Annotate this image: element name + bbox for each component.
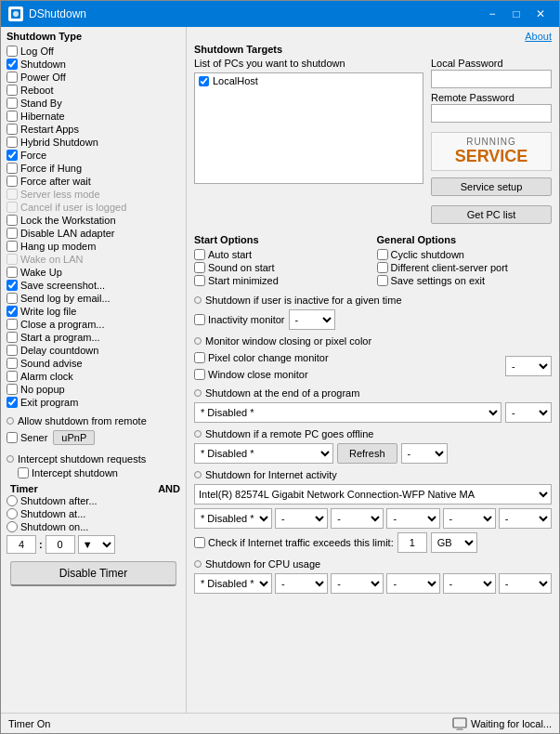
chk-restartapps[interactable]: Restart Apps: [7, 123, 180, 136]
chk-cyclic[interactable]: Cyclic shutdown: [377, 248, 553, 261]
main-window: DShutdown − □ ✕ Shutdown Type Log Off Sh…: [0, 0, 560, 734]
chk-lockwork[interactable]: Lock the Workstation: [7, 214, 180, 227]
chk-sound[interactable]: Sound advise: [7, 357, 180, 370]
chk-writelog[interactable]: Write log file: [7, 305, 180, 318]
chk-hibernate[interactable]: Hibernate: [7, 110, 180, 123]
chk-minimized[interactable]: Start minimized: [194, 274, 370, 287]
timer-ampm-select[interactable]: ▼: [78, 535, 115, 554]
cpu-d3[interactable]: -: [331, 573, 384, 594]
close-button[interactable]: ✕: [529, 5, 552, 23]
statusbar: Timer On Waiting for local...: [1, 713, 559, 733]
refresh-button[interactable]: Refresh: [337, 443, 397, 464]
chk-closeprogram[interactable]: Close a program...: [7, 318, 180, 331]
sener-row: Sener uPnP: [7, 428, 180, 447]
chk-disablelan[interactable]: Disable LAN adapter: [7, 227, 180, 240]
end-program-small-dropdown[interactable]: -: [505, 402, 552, 423]
chk-traffic[interactable]: Check if Internet traffic exceeds this l…: [194, 535, 394, 550]
chk-forceafter[interactable]: Force after wait: [7, 175, 180, 188]
chk-delay[interactable]: Delay countdown: [7, 344, 180, 357]
radio-on[interactable]: Shutdown on...: [7, 520, 180, 533]
end-program-row: * Disabled * -: [194, 402, 552, 423]
remote-group-header: Allow shutdown from remote: [7, 415, 180, 426]
chk-autostart[interactable]: Auto start: [194, 248, 370, 261]
statusbar-left: Timer On: [8, 718, 50, 729]
statusbar-right: Waiting for local...: [452, 716, 552, 731]
internet-d5[interactable]: -: [443, 508, 496, 529]
service-setup-button[interactable]: Service setup: [431, 177, 552, 196]
remote-offline-dropdown[interactable]: * Disabled *: [194, 443, 333, 464]
inactivity-dot: [194, 296, 202, 304]
chk-hybrid[interactable]: Hybrid Shutdown: [7, 136, 180, 149]
traffic-value-input[interactable]: [397, 532, 427, 553]
chk-sener[interactable]: Sener: [7, 431, 47, 444]
radio-after[interactable]: Shutdown after...: [7, 494, 180, 507]
start-options-header: Start Options: [194, 234, 370, 245]
chk-forcehung[interactable]: Force if Hung: [7, 162, 180, 175]
network-adapter-select[interactable]: Intel(R) 82574L Gigabit Network Connecti…: [194, 484, 552, 505]
disable-timer-button[interactable]: Disable Timer: [10, 561, 176, 586]
chk-exit[interactable]: Exit program: [7, 396, 180, 409]
about-link[interactable]: About: [525, 31, 552, 42]
chk-reboot[interactable]: Reboot: [7, 84, 180, 97]
list-item[interactable]: LocalHost: [195, 73, 423, 88]
chk-sendemail[interactable]: Send log by email...: [7, 292, 180, 305]
traffic-unit-select[interactable]: GB: [431, 532, 477, 553]
chk-hangup[interactable]: Hang up modem: [7, 240, 180, 253]
chk-intercept[interactable]: Intercept shutdown: [7, 466, 180, 479]
radio-at[interactable]: Shutdown at...: [7, 507, 180, 520]
local-password-input[interactable]: [431, 70, 552, 88]
internet-d6[interactable]: -: [499, 508, 552, 529]
cpu-d5[interactable]: -: [443, 573, 496, 594]
chk-logoff[interactable]: Log Off: [7, 45, 180, 58]
get-pc-list-button[interactable]: Get PC list: [431, 205, 552, 224]
general-options-header: General Options: [377, 234, 553, 245]
cpu-d2[interactable]: -: [275, 573, 328, 594]
titlebar: DShutdown − □ ✕: [1, 1, 559, 27]
end-program-dot: [194, 389, 202, 397]
chk-soundstart[interactable]: Sound on start: [194, 261, 370, 274]
chk-screenshot[interactable]: Save screenshot...: [7, 279, 180, 292]
chk-pixel[interactable]: Pixel color change monitor: [194, 350, 501, 365]
cpu-d4[interactable]: -: [386, 573, 439, 594]
internet-d3[interactable]: -: [331, 508, 384, 529]
window-controls: − □ ✕: [481, 5, 552, 23]
timer-minutes-input[interactable]: [46, 535, 75, 554]
chk-windowclose[interactable]: Window close monitor: [194, 367, 501, 382]
chk-shutdown[interactable]: Shutdown: [7, 58, 180, 71]
remote-offline-small[interactable]: -: [401, 443, 448, 464]
internet-d4[interactable]: -: [386, 508, 439, 529]
chk-standby[interactable]: Stand By: [7, 97, 180, 110]
app-icon: [8, 7, 23, 21]
pc-label: LocalHost: [213, 75, 258, 86]
cpu-disabled-dropdown[interactable]: * Disabled *: [194, 573, 272, 594]
chk-alarm[interactable]: Alarm clock: [7, 370, 180, 383]
chk-diffport[interactable]: Different client-server port: [377, 261, 553, 274]
monitor-dropdown[interactable]: -: [505, 356, 552, 376]
chk-force[interactable]: Force: [7, 149, 180, 162]
shutdown-type-header: Shutdown Type: [7, 31, 180, 42]
internet-disabled-dropdown[interactable]: * Disabled *: [194, 508, 272, 529]
chk-wakeup[interactable]: Wake Up: [7, 266, 180, 279]
end-program-dropdown[interactable]: * Disabled *: [194, 402, 501, 423]
minimize-button[interactable]: −: [481, 5, 503, 23]
upnp-button[interactable]: uPnP: [53, 430, 95, 445]
chk-inactivity[interactable]: Inactivity monitor: [194, 312, 285, 327]
timer-hours-input[interactable]: [7, 535, 36, 554]
inactivity-dropdown[interactable]: -: [289, 309, 335, 330]
chk-poweroff[interactable]: Power Off: [7, 71, 180, 84]
maximize-button[interactable]: □: [505, 5, 527, 23]
internet-d2[interactable]: -: [275, 508, 328, 529]
chk-savesettings[interactable]: Save settings on exit: [377, 274, 553, 287]
main-content: Shutdown Type Log Off Shutdown Power Off…: [1, 27, 559, 713]
monitor-dropdowns: Pixel color change monitor Window close …: [194, 350, 552, 382]
about-row: About: [194, 31, 552, 42]
chk-nopopup[interactable]: No popup: [7, 383, 180, 396]
pc-list-box[interactable]: LocalHost: [194, 72, 423, 184]
chk-startprogram[interactable]: Start a program...: [7, 331, 180, 344]
local-password-label: Local Password: [431, 58, 552, 69]
pc-checkbox[interactable]: [199, 76, 209, 86]
service-label: SERVICE: [437, 147, 545, 166]
running-label: RUNNING: [437, 137, 545, 147]
cpu-d6[interactable]: -: [499, 573, 552, 594]
remote-password-input[interactable]: [431, 104, 552, 123]
